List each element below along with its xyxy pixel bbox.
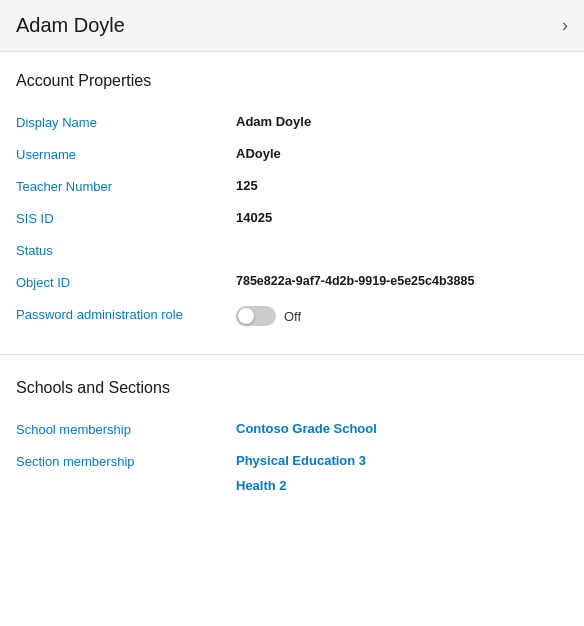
teacher-number-row: Teacher Number 125 — [16, 170, 568, 202]
username-value: ADoyle — [236, 146, 281, 161]
teacher-number-label: Teacher Number — [16, 178, 236, 194]
sis-id-row: SIS ID 14025 — [16, 202, 568, 234]
toggle-off-label: Off — [284, 309, 301, 324]
section-membership-value-2[interactable]: Health 2 — [236, 478, 366, 493]
display-name-label: Display Name — [16, 114, 236, 130]
schools-sections-title: Schools and Sections — [16, 379, 568, 397]
teacher-number-value: 125 — [236, 178, 258, 193]
sis-id-value: 14025 — [236, 210, 272, 225]
password-admin-toggle[interactable] — [236, 306, 276, 326]
username-row: Username ADoyle — [16, 138, 568, 170]
display-name-value: Adam Doyle — [236, 114, 311, 129]
status-label: Status — [16, 242, 236, 258]
object-id-label: Object ID — [16, 274, 236, 290]
school-membership-row: School membership Contoso Grade School — [16, 413, 568, 445]
chevron-right-icon[interactable]: › — [562, 15, 568, 36]
object-id-row: Object ID 785e822a-9af7-4d2b-9919-e5e25c… — [16, 266, 568, 298]
display-name-row: Display Name Adam Doyle — [16, 106, 568, 138]
password-admin-role-label: Password administration role — [16, 306, 236, 322]
username-label: Username — [16, 146, 236, 162]
sis-id-label: SIS ID — [16, 210, 236, 226]
school-membership-label: School membership — [16, 421, 236, 437]
header: Adam Doyle › — [0, 0, 584, 52]
header-title: Adam Doyle — [16, 14, 125, 37]
status-row: Status — [16, 234, 568, 266]
toggle-knob — [238, 308, 254, 324]
password-admin-role-row: Password administration role Off — [16, 298, 568, 334]
toggle-container: Off — [236, 306, 301, 326]
account-properties-title: Account Properties — [16, 72, 568, 90]
school-membership-value[interactable]: Contoso Grade School — [236, 421, 377, 436]
object-id-value: 785e822a-9af7-4d2b-9919-e5e25c4b3885 — [236, 274, 474, 288]
account-properties-section: Account Properties Display Name Adam Doy… — [0, 52, 584, 350]
section-membership-value-1[interactable]: Physical Education 3 — [236, 453, 366, 468]
section-membership-values: Physical Education 3 Health 2 — [236, 453, 366, 493]
schools-sections-section: Schools and Sections School membership C… — [0, 359, 584, 517]
section-membership-row: Section membership Physical Education 3 … — [16, 445, 568, 501]
section-membership-label: Section membership — [16, 453, 236, 469]
section-divider — [0, 354, 584, 355]
